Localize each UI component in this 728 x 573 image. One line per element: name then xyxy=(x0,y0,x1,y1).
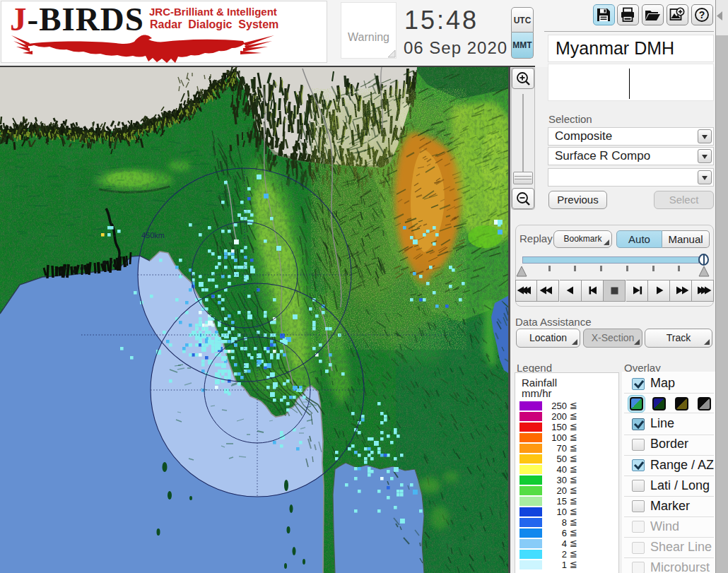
svg-text:?: ? xyxy=(699,9,705,20)
svg-text:450km: 450km xyxy=(141,231,165,240)
